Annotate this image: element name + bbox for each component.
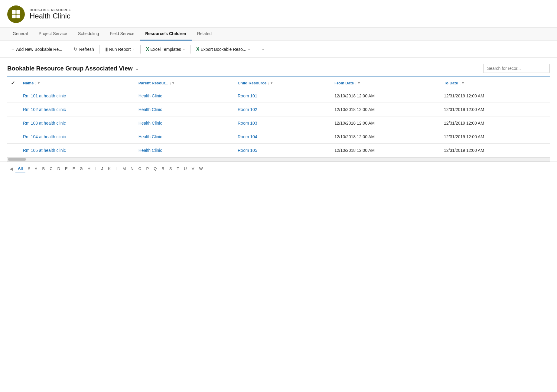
row-checkbox-2[interactable] xyxy=(7,116,19,130)
alpha-item-o[interactable]: O xyxy=(136,165,144,172)
col-from-date-filter[interactable]: ▿ xyxy=(358,81,360,85)
refresh-button[interactable]: ↻ Refresh xyxy=(69,44,98,54)
tab-field-service[interactable]: Field Service xyxy=(104,28,140,41)
view-title-container[interactable]: Bookable Resource Group Associated View … xyxy=(7,65,139,72)
col-child-sort[interactable]: ↕ xyxy=(268,81,269,85)
header-title: Health Clinic xyxy=(30,12,71,20)
alpha-item-u[interactable]: U xyxy=(181,165,189,172)
row-child-2: Room 103 xyxy=(234,116,331,130)
alpha-item-h[interactable]: H xyxy=(85,165,93,172)
col-parent-filter[interactable]: ▿ xyxy=(172,81,174,85)
export-icon: X xyxy=(196,47,200,52)
run-report-button[interactable]: ▮ Run Report ⌄ xyxy=(101,44,139,54)
col-to-date-label[interactable]: To Date xyxy=(444,81,458,85)
select-all-checkbox[interactable]: ✓ xyxy=(11,80,15,86)
row-name-4: Rm 105 at health clinic xyxy=(19,144,135,157)
row-name-3: Rm 104 at health clinic xyxy=(19,130,135,144)
tab-resources-children[interactable]: Resource's Children xyxy=(140,28,192,41)
scroll-left-icon[interactable]: ◀ xyxy=(7,165,15,172)
col-to-date-sort[interactable]: ↕ xyxy=(459,81,461,85)
tab-general[interactable]: General xyxy=(7,28,33,41)
alpha-item-r[interactable]: R xyxy=(159,165,167,172)
add-new-button[interactable]: + Add New Bookable Re... xyxy=(7,44,67,54)
header-subtitle: BOOKABLE RESOURCE xyxy=(30,8,71,12)
col-from-date-label[interactable]: From Date xyxy=(334,81,354,85)
row-child-1: Room 102 xyxy=(234,103,331,116)
col-from-date-sort[interactable]: ↕ xyxy=(355,81,357,85)
toolbar-divider-2 xyxy=(99,45,100,54)
col-name-label[interactable]: Name xyxy=(23,81,34,85)
more-options-button[interactable]: ⌄ xyxy=(257,45,269,54)
alpha-item-w[interactable]: W xyxy=(197,165,205,172)
toolbar-divider-3 xyxy=(140,45,141,54)
row-to-date-0: 12/31/2019 12:00 AM xyxy=(440,89,550,103)
row-child-4: Room 105 xyxy=(234,144,331,157)
refresh-icon: ↻ xyxy=(73,46,77,52)
row-checkbox-4[interactable] xyxy=(7,144,19,157)
row-parent-2: Health Clinic xyxy=(135,116,234,130)
col-child-filter[interactable]: ▿ xyxy=(271,81,272,85)
alpha-item-g[interactable]: G xyxy=(77,165,85,172)
avatar xyxy=(7,5,25,23)
grid-icon xyxy=(11,9,21,19)
alpha-item-v[interactable]: V xyxy=(189,165,197,172)
header-text: BOOKABLE RESOURCE Health Clinic xyxy=(30,8,71,20)
alpha-item-n[interactable]: N xyxy=(128,165,136,172)
tab-related[interactable]: Related xyxy=(192,28,217,41)
row-to-date-2: 12/31/2019 12:00 AM xyxy=(440,116,550,130)
col-to-date-filter[interactable]: ▿ xyxy=(462,81,464,85)
col-name-sort[interactable]: ↕ xyxy=(35,81,37,85)
col-name-filter[interactable]: ▿ xyxy=(38,81,40,85)
row-name-1: Rm 102 at health clinic xyxy=(19,103,135,116)
alpha-item-p[interactable]: P xyxy=(144,165,151,172)
row-to-date-4: 12/31/2019 12:00 AM xyxy=(440,144,550,157)
alpha-item-b[interactable]: B xyxy=(40,165,47,172)
export-button[interactable]: X Export Bookable Reso... ⌄ xyxy=(192,44,255,54)
alpha-item-m[interactable]: M xyxy=(120,165,128,172)
alpha-item-f[interactable]: F xyxy=(70,165,77,172)
table-container: ✓ Name ↕ ▿ Parent Resour... ↕ ▿ xyxy=(0,77,557,157)
row-parent-1: Health Clinic xyxy=(135,103,234,116)
excel-templates-button[interactable]: X Excel Templates ⌄ xyxy=(142,44,189,54)
alpha-item-a[interactable]: A xyxy=(32,165,40,172)
row-checkbox-3[interactable] xyxy=(7,130,19,144)
alpha-item-k[interactable]: K xyxy=(106,165,113,172)
svg-rect-3 xyxy=(16,15,20,18)
alpha-item-e[interactable]: E xyxy=(63,165,70,172)
row-parent-4: Health Clinic xyxy=(135,144,234,157)
row-parent-3: Health Clinic xyxy=(135,130,234,144)
table-row: Rm 102 at health clinic Health Clinic Ro… xyxy=(7,103,550,116)
col-header-to-date: To Date ↕ ▿ xyxy=(440,77,550,89)
table-row: Rm 104 at health clinic Health Clinic Ro… xyxy=(7,130,550,144)
svg-rect-0 xyxy=(12,10,16,14)
alpha-item-q[interactable]: Q xyxy=(151,165,159,172)
horizontal-scrollbar[interactable] xyxy=(7,157,550,162)
alpha-item-all[interactable]: All xyxy=(15,165,25,172)
col-parent-sort[interactable]: ↕ xyxy=(170,81,171,85)
tab-scheduling[interactable]: Scheduling xyxy=(73,28,104,41)
alpha-item-s[interactable]: S xyxy=(167,165,174,172)
alpha-item-i[interactable]: I xyxy=(93,165,99,172)
row-parent-0: Health Clinic xyxy=(135,89,234,103)
alpha-item-#[interactable]: # xyxy=(25,165,32,172)
row-from-date-0: 12/10/2018 12:00 AM xyxy=(331,89,440,103)
alpha-item-d[interactable]: D xyxy=(55,165,63,172)
row-checkbox-0[interactable] xyxy=(7,89,19,103)
col-child-label[interactable]: Child Resource xyxy=(238,81,266,85)
tab-project-service[interactable]: Project Service xyxy=(33,28,73,41)
alpha-item-t[interactable]: T xyxy=(174,165,181,172)
alpha-item-l[interactable]: L xyxy=(113,165,120,172)
alpha-item-c[interactable]: C xyxy=(47,165,55,172)
export-chevron: ⌄ xyxy=(248,47,250,51)
svg-rect-1 xyxy=(16,10,20,14)
alpha-item-j[interactable]: J xyxy=(99,165,106,172)
table-header-row: ✓ Name ↕ ▿ Parent Resour... ↕ ▿ xyxy=(7,77,550,89)
toolbar: + Add New Bookable Re... ↻ Refresh ▮ Run… xyxy=(0,41,557,58)
svg-rect-2 xyxy=(12,15,16,18)
row-checkbox-1[interactable] xyxy=(7,103,19,116)
excel-icon: X xyxy=(146,47,149,52)
scroll-thumb[interactable] xyxy=(8,158,26,161)
search-input[interactable] xyxy=(483,64,550,73)
col-header-name: Name ↕ ▿ xyxy=(19,77,135,89)
col-parent-label[interactable]: Parent Resour... xyxy=(138,81,168,85)
